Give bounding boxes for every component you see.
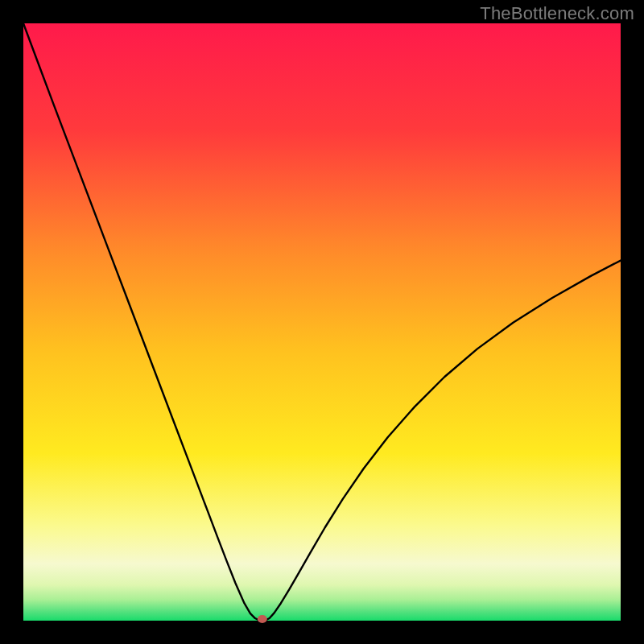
watermark-text: TheBottleneck.com <box>480 3 634 24</box>
bottleneck-curve <box>23 23 621 621</box>
plot-area <box>23 23 621 621</box>
chart-frame: TheBottleneck.com <box>0 0 644 644</box>
svg-point-1 <box>258 615 267 623</box>
